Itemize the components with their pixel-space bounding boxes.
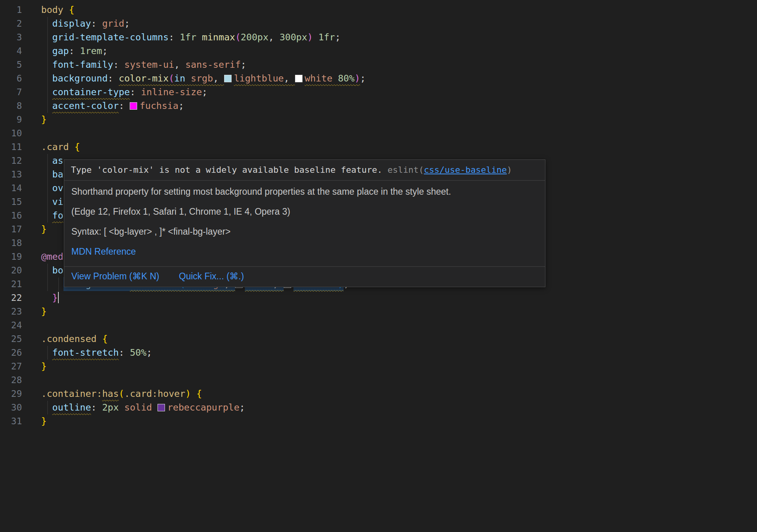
line-number[interactable]: 26: [0, 346, 22, 360]
line-number[interactable]: 28: [0, 373, 22, 387]
code-text[interactable]: }: [41, 414, 757, 428]
code-text[interactable]: .condensed {: [41, 332, 757, 346]
code-token: ,: [174, 59, 185, 70]
code-text[interactable]: [41, 127, 757, 140]
line-number[interactable]: 8: [0, 99, 22, 113]
code-editor-screen: { "colors": { "editor_background": "#1f1…: [0, 0, 757, 532]
line-number[interactable]: 14: [0, 181, 22, 195]
line-number[interactable]: 4: [0, 44, 22, 58]
indent-guide: [47, 277, 48, 291]
code-token: ,: [213, 73, 224, 84]
code-line: 1body {: [0, 3, 757, 17]
code-text[interactable]: body {: [41, 3, 757, 17]
diagnostic-rule-link[interactable]: css/use-baseline: [424, 165, 507, 175]
docs-syntax: Syntax: [ <bg-layer> , ]* <final-bg-laye…: [71, 226, 538, 237]
code-text[interactable]: }: [41, 291, 757, 305]
line-number[interactable]: 12: [0, 154, 22, 168]
code-line: 24: [0, 318, 757, 332]
code-token: .condensed: [41, 333, 102, 344]
code-token: container-type: [52, 87, 130, 98]
code-token: color-mix: [119, 73, 168, 84]
code-token: bo: [52, 265, 63, 276]
line-number[interactable]: 6: [0, 72, 22, 85]
line-number[interactable]: 2: [0, 17, 22, 31]
line-number[interactable]: 24: [0, 318, 22, 332]
indent-guide: [47, 72, 48, 85]
code-line: 29.container:has(.card:hover) {: [0, 387, 757, 401]
line-number[interactable]: 16: [0, 209, 22, 223]
code-token: ;: [360, 73, 366, 84]
line-number[interactable]: 29: [0, 387, 22, 401]
code-token: ): [307, 32, 313, 43]
view-problem-action[interactable]: View Problem (⌘K N): [71, 271, 159, 282]
line-number[interactable]: 13: [0, 168, 22, 181]
code-text[interactable]: }: [41, 305, 757, 318]
code-token: vi: [52, 196, 63, 207]
line-number[interactable]: 20: [0, 264, 22, 277]
code-line: 9}: [0, 113, 757, 127]
line-number[interactable]: 18: [0, 236, 22, 250]
code-text[interactable]: .container:has(.card:hover) {: [41, 387, 757, 401]
code-line: 8 accent-color: fuchsia;: [0, 99, 757, 113]
code-text[interactable]: [41, 373, 757, 387]
line-number[interactable]: 17: [0, 223, 22, 236]
code-token: :: [113, 59, 124, 70]
code-token: {: [196, 388, 202, 399]
line-number[interactable]: 9: [0, 113, 22, 127]
line-number[interactable]: 7: [0, 85, 22, 99]
code-text[interactable]: }: [41, 360, 757, 373]
hover-docs: Shorthand property for setting most back…: [64, 181, 545, 257]
code-text[interactable]: background: color-mix(in srgb, lightblue…: [41, 72, 757, 85]
code-token: grid: [102, 18, 125, 29]
code-token: sans-serif: [185, 59, 241, 70]
quick-fix-action[interactable]: Quick Fix... (⌘.): [179, 271, 244, 282]
code-text[interactable]: outline: 2px solid rebeccapurple;: [41, 401, 757, 414]
line-number[interactable]: 27: [0, 360, 22, 373]
code-line: 27}: [0, 360, 757, 373]
code-token: 300px: [279, 32, 307, 43]
code-text[interactable]: grid-template-columns: 1fr minmax(200px,…: [41, 31, 757, 44]
code-text[interactable]: [41, 318, 757, 332]
line-number[interactable]: 25: [0, 332, 22, 346]
code-token: background: [52, 73, 107, 84]
code-token: [332, 73, 338, 84]
color-swatch[interactable]: [158, 404, 165, 411]
line-number[interactable]: 15: [0, 195, 22, 209]
diagnostic-source-prefix: eslint(: [388, 165, 424, 175]
color-swatch[interactable]: [130, 102, 137, 110]
code-line: 25.condensed {: [0, 332, 757, 346]
code-token: {: [74, 141, 80, 152]
code-text[interactable]: gap: 1rem;: [41, 44, 757, 58]
code-text[interactable]: font-stretch: 50%;: [41, 346, 757, 360]
code-text[interactable]: display: grid;: [41, 17, 757, 31]
line-number[interactable]: 5: [0, 58, 22, 72]
code-text[interactable]: accent-color: fuchsia;: [41, 99, 757, 113]
line-number[interactable]: 23: [0, 305, 22, 318]
code-line: 28: [0, 373, 757, 387]
line-number[interactable]: 30: [0, 401, 22, 414]
code-token: [41, 210, 52, 221]
code-token: in: [174, 73, 185, 84]
mdn-reference-link[interactable]: MDN Reference: [71, 246, 538, 257]
line-number[interactable]: 21: [0, 277, 22, 291]
code-text[interactable]: container-type: inline-size;: [41, 85, 757, 99]
code-token: [41, 73, 52, 84]
code-line: 11.card {: [0, 140, 757, 154]
line-number[interactable]: 22: [0, 291, 22, 305]
line-number[interactable]: 11: [0, 140, 22, 154]
diagnostic-row: Type 'color-mix' is not a widely availab…: [64, 160, 545, 181]
line-number[interactable]: 10: [0, 127, 22, 140]
line-number[interactable]: 1: [0, 3, 22, 17]
code-token: {: [69, 4, 74, 15]
line-number[interactable]: 31: [0, 414, 22, 428]
code-text[interactable]: }: [41, 113, 757, 127]
color-swatch[interactable]: [224, 75, 232, 82]
code-token: ): [355, 73, 360, 84]
line-number[interactable]: 3: [0, 31, 22, 44]
code-token: ;: [178, 100, 184, 111]
color-swatch[interactable]: [295, 75, 302, 82]
code-text[interactable]: font-family: system-ui, sans-serif;: [41, 58, 757, 72]
code-text[interactable]: .card {: [41, 140, 757, 154]
indent-guide: [47, 264, 48, 277]
line-number[interactable]: 19: [0, 250, 22, 264]
